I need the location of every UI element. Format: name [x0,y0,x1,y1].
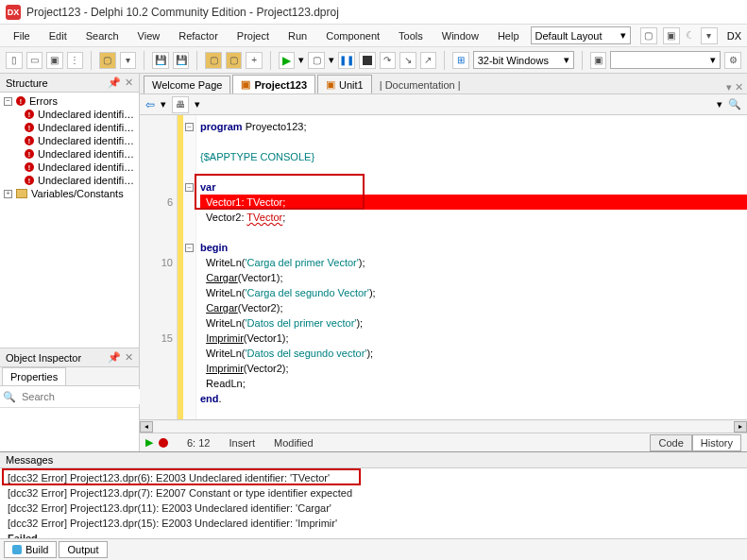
menu-refactor[interactable]: Refactor [171,27,226,44]
message-item[interactable]: [dcc32 Error] Project123.dpr(11): E2003 … [4,501,743,516]
save-all-icon[interactable]: ▣ [46,52,63,69]
scroll-right-icon[interactable]: ▸ [734,421,747,433]
step-out-icon[interactable]: ↗ [420,52,437,69]
messages-list[interactable]: [dcc32 Error] Project123.dpr(6): E2003 U… [0,468,747,538]
tab-build[interactable]: Build [4,541,57,558]
form-icon[interactable]: ▢ [99,52,116,69]
message-item[interactable]: [dcc32 Error] Project123.dpr(15): E2003 … [4,516,743,531]
tab-welcome[interactable]: Welcome Page [144,76,230,93]
moon-icon[interactable]: ☾ [686,29,695,42]
stop-icon[interactable] [359,52,376,69]
menu-view[interactable]: View [130,27,168,44]
platform-combo[interactable]: 32-bit Windows ▾ [473,51,574,69]
record-icon[interactable] [159,438,168,448]
error-icon: ! [25,149,34,159]
menu-project[interactable]: Project [229,27,277,44]
layout-combo[interactable]: Default Layout ▾ [531,26,631,44]
error-item[interactable]: Undeclared identifi… [38,109,134,120]
fold-icon[interactable]: − [185,244,194,252]
scroll-left-icon[interactable]: ◂ [140,421,153,433]
error-item[interactable]: Undeclared identifi… [38,148,134,160]
tab-documentation[interactable]: | Documentation | [374,76,467,93]
tab-unit[interactable]: ▣ Unit1 [317,75,372,93]
close-icon[interactable]: ✕ [125,76,133,89]
error-item[interactable]: Undeclared identifi… [38,135,134,146]
collapse-icon[interactable]: − [4,97,12,106]
structure-title: Structure [6,77,48,89]
insert-mode: Insert [229,437,255,449]
tab-history[interactable]: History [692,434,741,451]
message-item[interactable]: [dcc32 Error] Project123.dpr(7): E2007 C… [4,485,743,501]
run-dropdown-icon[interactable]: ▾ [298,54,304,66]
run-no-debug-icon[interactable]: ▢ [308,52,325,69]
options-icon[interactable]: ⋮ [67,52,84,69]
search-icon: 🔍 [3,391,16,403]
menu-edit[interactable]: Edit [42,27,75,44]
menu-file[interactable]: File [6,27,38,44]
menu-dropdown-icon[interactable]: ▾ [701,27,718,44]
tab-project[interactable]: ▣ Project123 [232,75,315,93]
tab-code[interactable]: Code [650,434,691,451]
new-icon[interactable]: ▯ [6,52,23,69]
play-marker-icon[interactable]: ▶ [145,436,153,449]
line-gutter: 6 10 15 [140,115,178,419]
expand-icon[interactable]: + [4,190,12,198]
run-icon[interactable]: ▶ [279,52,296,69]
add-icon[interactable]: + [246,52,263,69]
menu-window[interactable]: Window [434,27,486,44]
message-item[interactable]: [dcc32 Error] Project123.dpr(6): E2003 U… [4,470,743,485]
structure-header: Structure 📌✕ [0,74,139,93]
menu-tools[interactable]: Tools [391,27,431,44]
deploy-icon[interactable]: ▣ [590,52,607,69]
print-dropdown-icon[interactable]: ▾ [195,98,200,110]
run-nd-dropdown-icon[interactable]: ▾ [329,54,334,66]
errors-node[interactable]: Errors [29,95,58,107]
nav-back-icon[interactable]: ⇦ [145,98,155,111]
menu-help[interactable]: Help [490,27,527,44]
search-input[interactable] [20,389,154,404]
layout-load-icon[interactable]: ▣ [663,27,680,44]
code-text[interactable]: program Proyecto123; {$APPTYPE CONSOLE} … [196,115,747,419]
menu-component[interactable]: Component [318,27,387,44]
nav-back-dropdown-icon[interactable]: ▾ [161,98,166,110]
pin-icon[interactable]: 📌 [108,76,121,89]
build-icon [12,545,22,554]
step-into-icon[interactable]: ↘ [399,52,416,69]
deploy-combo[interactable]: ▾ [610,51,721,69]
open-icon[interactable]: ▭ [26,52,43,69]
fold-icon[interactable]: − [185,123,194,131]
unit-icon[interactable]: ▾ [120,52,137,69]
horizontal-scrollbar[interactable]: ◂ ▸ [140,419,747,433]
step-over-icon[interactable]: ↷ [380,52,397,69]
search-icon[interactable]: 🔍 [728,98,741,110]
save-icon[interactable]: 💾 [152,52,169,69]
folder-icon [16,189,27,198]
code-editor[interactable]: 6 10 15 − − − program Proyecto123; {$APP… [140,115,747,419]
tab-output[interactable]: Output [59,541,107,558]
folder-open-icon[interactable]: ▢ [226,52,243,69]
vars-node[interactable]: Variables/Constants [31,188,124,199]
tab-properties[interactable]: Properties [2,367,66,385]
error-item[interactable]: Undeclared identifi… [38,122,134,133]
close-icon[interactable]: ✕ [125,351,133,364]
menu-run[interactable]: Run [280,27,314,44]
folder-icon[interactable]: ▢ [205,52,222,69]
platform-grid-icon[interactable]: ⊞ [452,52,469,69]
nav-dropdown-icon[interactable]: ▾ [717,98,722,110]
menu-search[interactable]: Search [78,27,127,44]
pause-icon[interactable]: ❚❚ [338,52,355,69]
print-icon[interactable]: 🖶 [172,96,189,113]
layout-save-icon[interactable]: ▢ [640,27,657,44]
pin-icon[interactable]: 📌 [108,351,121,364]
error-icon: ! [16,96,25,106]
gear-icon[interactable]: ⚙ [724,52,741,69]
error-item[interactable]: Undeclared identifi… [38,161,134,173]
editor-tab-bar: Welcome Page ▣ Project123 ▣ Unit1 | Docu… [140,74,747,94]
message-item[interactable]: Failed [4,531,743,538]
save-as-icon[interactable]: 💾 [173,52,190,69]
messages-panel: Messages [dcc32 Error] Project123.dpr(6)… [0,451,747,560]
error-item[interactable]: Undeclared identifi… [38,175,134,186]
tab-overflow-icon[interactable]: ▾ ✕ [726,81,743,93]
structure-tree[interactable]: − ! Errors !Undeclared identifi… !Undecl… [0,93,139,348]
fold-icon[interactable]: − [185,183,194,192]
